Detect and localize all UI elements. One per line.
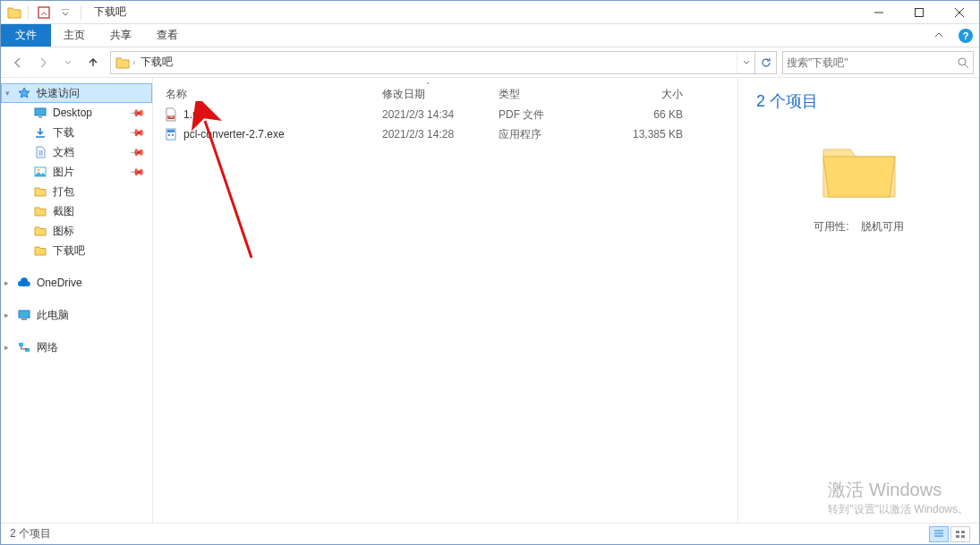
sidebar-label: 图片 [53,165,74,180]
svg-rect-1 [915,9,923,17]
window-controls [858,1,979,23]
details-pane: 2 个项目 可用性: 脱机可用 [737,78,979,523]
sidebar-item-desktop[interactable]: Desktop 📌 [1,103,152,123]
preview-availability: 可用性: 脱机可用 [756,219,961,234]
file-row[interactable]: PDF 1.pdf 2021/2/3 14:34 PDF 文件 66 KB [153,105,737,124]
svg-rect-6 [19,311,30,318]
file-pane: 名称 ˄ 修改日期 类型 大小 PDF 1.pdf 2021/2/3 14:34… [153,78,979,523]
availability-label: 可用性: [814,220,848,233]
sidebar-item-folder[interactable]: 图标 [1,221,152,241]
svg-text:PDF: PDF [168,115,175,119]
qat-properties-button[interactable] [34,3,54,22]
expand-icon[interactable]: ▸ [4,311,9,319]
expand-icon[interactable]: ▸ [4,343,9,352]
network-icon [17,340,31,354]
svg-rect-19 [961,535,965,538]
window-title: 下载吧 [94,4,126,20]
sidebar-item-folder[interactable]: 打包 [1,182,152,201]
picture-icon [33,165,47,179]
folder-icon [33,224,47,238]
collapse-icon[interactable]: ▾ [5,89,10,98]
close-button[interactable] [939,1,979,24]
svg-rect-17 [961,531,965,533]
sidebar-item-downloads[interactable]: 下载 📌 [1,123,152,142]
qat-dropdown-button[interactable] [55,3,75,22]
ribbon-tabs: 文件 主页 共享 查看 ? [1,24,979,47]
folder-icon [6,4,22,21]
sidebar-label: 截图 [53,204,74,219]
sidebar-this-pc[interactable]: ▸ 此电脑 [1,305,152,325]
desktop-icon [33,106,47,120]
search-input[interactable] [787,56,957,69]
file-tab[interactable]: 文件 [1,24,51,47]
svg-rect-3 [35,108,46,115]
details-view-button[interactable] [929,526,949,542]
pin-icon: 📌 [128,163,145,180]
preview-title: 2 个项目 [756,90,961,112]
search-box[interactable] [782,51,974,74]
file-date: 2021/2/3 14:28 [382,128,499,141]
sidebar-onedrive[interactable]: ▸ OneDrive [1,273,152,293]
navigation-bar: › 下载吧 [1,47,979,78]
chevron-right-icon[interactable]: › [131,57,137,67]
file-name: pcl-converter-2.7.exe [183,128,285,141]
status-text: 2 个项目 [10,526,51,541]
address-dropdown[interactable] [737,52,754,73]
recent-dropdown[interactable] [56,51,80,74]
file-type: PDF 文件 [499,107,595,123]
sidebar-label: 网络 [37,340,58,355]
maximize-button[interactable] [899,1,939,24]
forward-button[interactable] [31,51,55,74]
sidebar-item-documents[interactable]: 文档 📌 [1,142,152,162]
address-bar[interactable]: › 下载吧 [110,51,777,74]
file-name: 1.pdf [183,108,208,121]
download-icon [33,125,47,140]
breadcrumb-item[interactable]: 下载吧 [137,52,176,73]
column-size[interactable]: 大小 [595,87,697,102]
file-row[interactable]: pcl-converter-2.7.exe 2021/2/3 14:28 应用程… [153,124,737,144]
file-type: 应用程序 [499,127,595,142]
pin-icon: 📌 [128,104,145,121]
icons-view-button[interactable] [950,526,970,542]
sidebar-item-folder[interactable]: 下载吧 [1,241,152,260]
folder-icon [115,55,131,71]
folder-icon [33,204,47,218]
ribbon-expand-button[interactable] [925,24,952,47]
up-button[interactable] [81,51,105,74]
column-type[interactable]: 类型 [499,87,595,102]
tab-view[interactable]: 查看 [144,24,191,47]
cloud-icon [17,276,31,290]
sidebar-label: 快速访问 [37,86,80,101]
view-switcher [929,526,970,542]
svg-rect-15 [172,134,174,136]
minimize-button[interactable] [858,1,899,24]
sidebar-quick-access[interactable]: ▾ 快速访问 [1,83,152,103]
sidebar-network[interactable]: ▸ 网络 [1,337,152,357]
column-date[interactable]: 修改日期 [382,87,499,102]
help-button[interactable]: ? [952,24,979,47]
expand-icon[interactable]: ▸ [4,278,9,287]
availability-value: 脱机可用 [861,220,904,233]
sidebar-item-folder[interactable]: 截图 [1,201,152,221]
sidebar-item-pictures[interactable]: 图片 📌 [1,162,152,182]
sidebar-label: 图标 [53,224,74,239]
exe-file-icon [164,127,178,141]
tab-home[interactable]: 主页 [51,24,98,47]
folder-icon [33,243,47,258]
sidebar-label: 下载 [53,125,74,141]
svg-rect-13 [167,130,175,132]
refresh-button[interactable] [754,52,776,73]
svg-point-2 [959,58,966,65]
pin-icon: 📌 [128,143,145,160]
status-bar: 2 个项目 [1,523,979,544]
sidebar-label: 下载吧 [53,243,85,259]
sidebar-label: Desktop [53,106,92,119]
sort-indicator-icon: ˄ [426,81,430,90]
body: ▾ 快速访问 Desktop 📌 下载 📌 文档 📌 图片 [1,78,979,523]
help-icon: ? [959,29,973,43]
tab-share[interactable]: 共享 [98,24,144,47]
back-button[interactable] [6,51,30,74]
column-name[interactable]: 名称 [153,87,382,102]
file-list[interactable]: 名称 ˄ 修改日期 类型 大小 PDF 1.pdf 2021/2/3 14:34… [153,78,737,523]
svg-rect-7 [21,319,27,320]
